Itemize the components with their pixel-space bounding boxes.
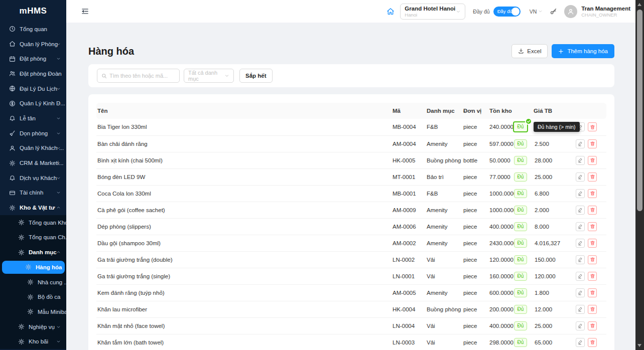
- sidebar-item-kho-vat-tu[interactable]: Kho & Vật tư: [0, 200, 66, 215]
- sidebar-item-tai-chinh[interactable]: Tài chính: [0, 186, 66, 201]
- edit-button[interactable]: [576, 139, 585, 148]
- cell-price: 6.800: [533, 185, 575, 202]
- sidebar-item-don-phong[interactable]: Dọn phòng: [0, 126, 66, 141]
- edit-button[interactable]: [576, 206, 585, 215]
- low-stock-filter-button[interactable]: Sắp hết: [239, 69, 273, 83]
- edit-button[interactable]: [576, 222, 585, 231]
- status-badge[interactable]: Đủ: [514, 272, 528, 281]
- status-badge[interactable]: Đủ: [514, 156, 528, 165]
- hotel-city: Hanoi: [405, 12, 455, 18]
- cell-name: Khăn lau microfiber: [96, 301, 392, 317]
- delete-button[interactable]: [588, 255, 597, 264]
- add-item-button[interactable]: Thêm hàng hóa: [552, 44, 614, 58]
- status-badge[interactable]: Đủ: [514, 288, 528, 297]
- delete-button[interactable]: [588, 239, 597, 248]
- sidebar-item-hang-hoa[interactable]: Hàng hóa: [0, 260, 66, 275]
- sidebar-item-dai-ly-du-lich[interactable]: Đại Lý Du Lịch: [0, 81, 66, 96]
- delete-button[interactable]: [588, 189, 597, 198]
- sidebar-item-tong-quan-ch[interactable]: Tổng quan Ch...: [0, 230, 66, 245]
- cell-stock: 50.0000: [488, 152, 508, 168]
- sidebar-item-dich-vu-khach[interactable]: Dịch vụ Khách: [0, 170, 66, 186]
- cell-name: Ga trải giường trắng (single): [96, 268, 392, 284]
- delete-button[interactable]: [588, 288, 597, 297]
- edit-button[interactable]: [576, 338, 585, 347]
- status-badge[interactable]: Đủ: [514, 338, 528, 347]
- edit-button[interactable]: [576, 239, 585, 248]
- edit-button[interactable]: [576, 156, 585, 165]
- delete-button[interactable]: [588, 305, 597, 314]
- delete-button[interactable]: [588, 338, 597, 347]
- sidebar-item-crm-marketi[interactable]: CRM & Marketi...: [0, 155, 66, 170]
- mode-switch[interactable]: Đầy đủ: [493, 7, 521, 17]
- cell-category: Amenity: [426, 284, 462, 301]
- delete-button[interactable]: [588, 222, 597, 231]
- excel-export-button[interactable]: Excel: [511, 44, 548, 58]
- user-name: Tran Management: [581, 5, 630, 12]
- gear-icon: [25, 264, 32, 270]
- trash-icon: [590, 207, 595, 213]
- edit-button[interactable]: [576, 305, 585, 314]
- sidebar-item-quan-ly-khach[interactable]: Quản lý Khách ...: [0, 141, 66, 156]
- trash-icon: [590, 257, 595, 262]
- sidebar-item-kho-bai[interactable]: Kho bãi: [0, 334, 66, 349]
- column-header-ma: Mã: [392, 103, 426, 119]
- cell-unit: piece: [462, 251, 488, 268]
- delete-button[interactable]: [588, 321, 597, 330]
- sidebar-item-danh-muc[interactable]: Danh mục: [0, 245, 66, 260]
- delete-button[interactable]: [588, 122, 597, 131]
- category-select[interactable]: Tất cả danh mục: [184, 69, 234, 83]
- edit-button[interactable]: [576, 288, 585, 297]
- app-root: mHMS Tổng quanQuản lý PhòngĐặt phòngĐặt …: [0, 0, 644, 350]
- delete-button[interactable]: [588, 172, 597, 182]
- scrollbar-thumb[interactable]: [637, 10, 642, 211]
- sidebar-item-nha-cung[interactable]: Nhà cung ...: [0, 275, 66, 290]
- sidebar-item-dat-phong[interactable]: Đặt phòng: [0, 51, 66, 66]
- edit-button[interactable]: [576, 272, 585, 281]
- sidebar-item-tong-quan[interactable]: Tổng quan: [0, 22, 66, 37]
- search-input[interactable]: [109, 73, 175, 79]
- sidebar-item-dat-phong-doan[interactable]: Đặt phòng Đoàn: [0, 66, 66, 81]
- sidebar-item-bo-do-ca[interactable]: Bộ đồ ca: [0, 289, 66, 304]
- locale-select[interactable]: VN: [530, 9, 543, 15]
- scroll-up-arrow[interactable]: [637, 3, 641, 6]
- scroll-down-arrow[interactable]: [637, 344, 641, 347]
- status-badge[interactable]: Đủ: [514, 321, 528, 330]
- hotel-select[interactable]: Grand Hotel Hanoi Hanoi: [400, 4, 465, 20]
- sidebar-item-nghiep-vu[interactable]: Nghiệp vụ: [0, 319, 66, 334]
- sidebar-item-quan-ly-kinh-d[interactable]: Quản Lý Kinh D...: [0, 96, 66, 111]
- home-icon[interactable]: [387, 8, 395, 16]
- status-badge[interactable]: Đủ: [514, 189, 528, 198]
- calendar-icon: [9, 56, 16, 62]
- user-menu[interactable]: Tran Management CHAIN_OWNER: [564, 5, 630, 18]
- edit-button[interactable]: [576, 172, 585, 182]
- status-badge[interactable]: Đủ: [514, 239, 528, 248]
- status-badge[interactable]: Đủ: [514, 139, 528, 148]
- key-icon[interactable]: [550, 8, 557, 15]
- menu-fold-icon[interactable]: [81, 8, 89, 15]
- sidebar-item-quan-ly-phong[interactable]: Quản lý Phòng: [0, 37, 66, 52]
- topbar: Grand Hotel Hanoi Hanoi Đầy đủ Đầy đủ VN: [66, 0, 635, 23]
- status-badge[interactable]: Đủ: [514, 255, 528, 264]
- sidebar-item-mau-minibar[interactable]: Mẫu Minibar: [0, 304, 66, 319]
- cell-stock: 400.0000: [488, 317, 508, 334]
- dashboard-icon: [9, 26, 16, 32]
- status-badge[interactable]: Đủ: [514, 305, 528, 314]
- gear-icon: [18, 338, 25, 345]
- edit-button[interactable]: [576, 321, 585, 330]
- edit-button[interactable]: [576, 189, 585, 198]
- delete-button[interactable]: [588, 206, 597, 215]
- sidebar-item-tong-quan-kho[interactable]: Tổng quan Kho: [0, 215, 66, 230]
- edit-button[interactable]: [576, 255, 585, 264]
- edit-icon: [578, 290, 583, 295]
- cell-price: 150.000: [533, 251, 575, 268]
- cell-name: Bình xịt kính (chai 500ml): [96, 152, 392, 168]
- page-scrollbar[interactable]: [635, 0, 644, 350]
- sidebar-item-le-tan[interactable]: Lễ tân: [0, 111, 66, 126]
- delete-button[interactable]: [588, 156, 597, 165]
- delete-button[interactable]: [588, 139, 597, 148]
- status-badge[interactable]: Đủ: [514, 222, 528, 231]
- status-badge[interactable]: Đủ: [514, 206, 528, 215]
- status-badge[interactable]: Đủ: [514, 172, 528, 182]
- cell-category: Vải: [426, 334, 462, 350]
- delete-button[interactable]: [588, 272, 597, 281]
